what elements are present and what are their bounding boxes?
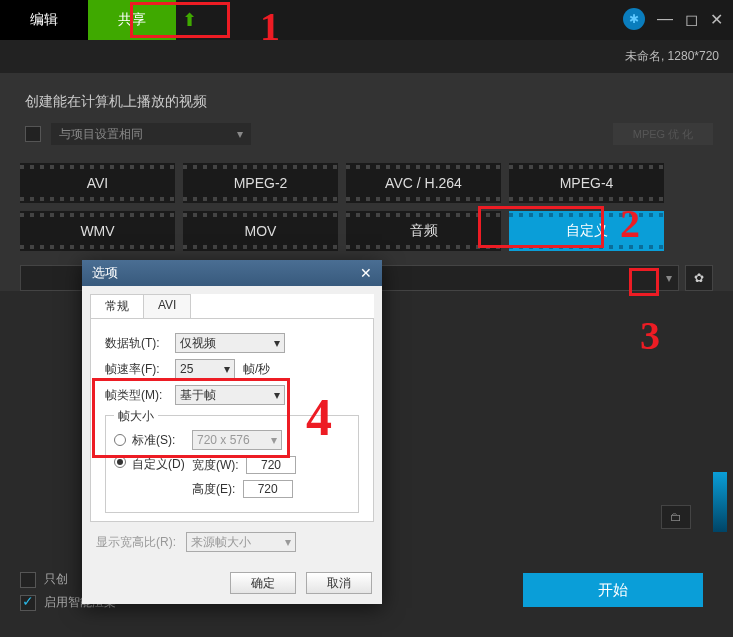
globe-icon[interactable]: ✱ [623,8,645,30]
fps-unit: 帧/秒 [243,361,270,378]
chevron-down-icon: ▾ [237,127,243,141]
chevron-down-icon: ▾ [666,271,672,285]
standard-radio[interactable] [114,434,126,446]
format-mov[interactable]: MOV [183,211,338,251]
maximize-button[interactable]: ◻ [685,10,698,29]
format-grid: AVI MPEG-2 AVC / H.264 MPEG-4 WMV MOV 音频… [20,163,713,251]
custom-label: 自定义(D) [132,456,192,473]
ok-button[interactable]: 确定 [230,572,296,594]
status-bar: 未命名, 1280*720 [0,40,733,73]
annotation-number-3: 3 [640,312,660,359]
format-mpeg4[interactable]: MPEG-4 [509,163,664,203]
fps-value: 25 [180,362,193,376]
framesize-legend: 帧大小 [114,408,158,425]
height-label: 高度(E): [192,482,235,496]
format-custom[interactable]: 自定义 [509,211,664,251]
options-dialog: 选项 ✕ 常规 AVI 数据轨(T): 仅视频▾ 帧速率(F): 25▾ 帧/秒… [82,260,382,604]
side-indicator [713,472,727,532]
close-button[interactable]: ✕ [710,10,723,29]
smart-render-checkbox[interactable] [20,595,36,611]
project-preset-dropdown[interactable]: 与项目设置相同 ▾ [51,123,251,145]
aspect-label: 显示宽高比(R): [96,534,186,551]
dialog-title: 选项 [92,264,118,282]
fps-label: 帧速率(F): [105,361,175,378]
width-label: 宽度(W): [192,458,239,472]
format-wmv[interactable]: WMV [20,211,175,251]
data-track-value: 仅视频 [180,335,216,352]
aspect-value: 来源帧大小 [191,534,251,551]
gear-icon: ✿ [694,271,704,285]
only-create-label: 只创 [44,571,68,588]
chevron-down-icon: ▾ [271,433,277,447]
gear-button[interactable]: ✿ [685,265,713,291]
framesize-fieldset: 帧大小 标准(S): 720 x 576▾ 自定义(D) 宽度(W): 720 [105,415,359,513]
chevron-down-icon: ▾ [274,388,280,402]
chevron-down-icon: ▾ [274,336,280,350]
main-panel: 创建能在计算机上播放的视频 与项目设置相同 ▾ MPEG 优 化 AVI MPE… [0,73,733,291]
dialog-close-button[interactable]: ✕ [360,265,372,281]
standard-size-dropdown: 720 x 576▾ [192,430,282,450]
width-input[interactable]: 720 [246,456,296,474]
standard-label: 标准(S): [132,432,192,449]
minimize-button[interactable]: — [657,10,673,28]
frametype-value: 基于帧 [180,387,216,404]
format-avi[interactable]: AVI [20,163,175,203]
topbar: 编辑 共享 ⬆ ✱ — ◻ ✕ [0,0,733,40]
folder-icon: 🗀 [670,510,682,524]
custom-radio[interactable] [114,456,126,468]
dialog-tab-avi[interactable]: AVI [143,294,191,318]
fps-dropdown[interactable]: 25▾ [175,359,235,379]
dialog-tab-general[interactable]: 常规 [90,294,144,318]
browse-folder-button[interactable]: 🗀 [661,505,691,529]
standard-size-value: 720 x 576 [197,433,250,447]
only-create-checkbox[interactable] [20,572,36,588]
chevron-down-icon: ▾ [285,535,291,549]
project-preset-label: 与项目设置相同 [59,126,143,143]
start-button[interactable]: 开始 [523,573,703,607]
project-same-checkbox[interactable] [25,126,41,142]
frametype-label: 帧类型(M): [105,387,175,404]
chevron-down-icon: ▾ [224,362,230,376]
tab-edit[interactable]: 编辑 [0,0,88,40]
section-title: 创建能在计算机上播放的视频 [25,93,713,111]
format-audio[interactable]: 音频 [346,211,501,251]
frametype-dropdown[interactable]: 基于帧▾ [175,385,285,405]
mpeg-optimize-button[interactable]: MPEG 优 化 [613,123,713,145]
format-avc[interactable]: AVC / H.264 [346,163,501,203]
upload-arrow-icon: ⬆ [182,9,197,31]
data-track-dropdown[interactable]: 仅视频▾ [175,333,285,353]
data-track-label: 数据轨(T): [105,335,175,352]
cancel-button[interactable]: 取消 [306,572,372,594]
height-input[interactable]: 720 [243,480,293,498]
aspect-dropdown: 来源帧大小▾ [186,532,296,552]
format-mpeg2[interactable]: MPEG-2 [183,163,338,203]
tab-share[interactable]: 共享 [88,0,176,40]
